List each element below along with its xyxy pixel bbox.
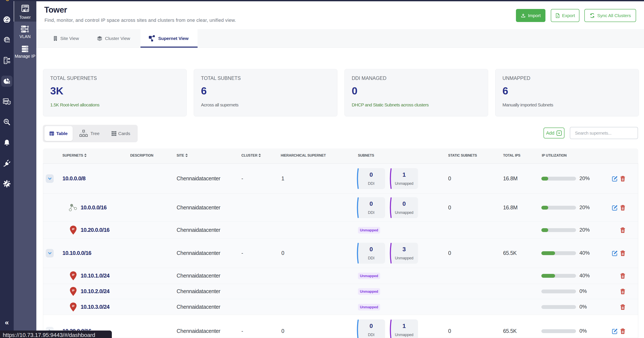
svg-text:IP: IP	[72, 274, 74, 277]
svg-text:IP: IP	[72, 305, 74, 308]
svg-text:IP: IP	[72, 228, 74, 231]
svg-text:DNS: DNS	[6, 40, 10, 43]
svg-text:x: x	[557, 15, 558, 17]
svg-text:IP: IP	[72, 289, 74, 292]
